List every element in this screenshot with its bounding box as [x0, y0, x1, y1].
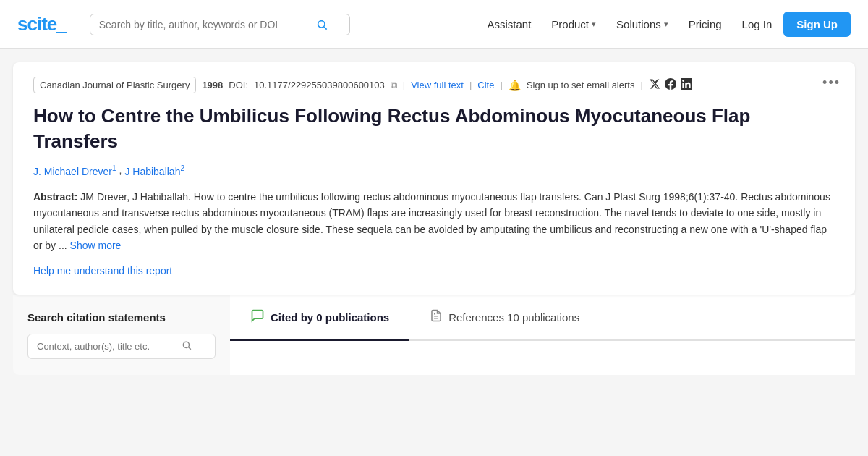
view-full-text-link[interactable]: View full text	[411, 80, 464, 90]
nav-product[interactable]: Product ▾	[542, 12, 605, 36]
chevron-down-icon: ▾	[664, 20, 668, 29]
tabs-panel: Cited by 0 publications References 10 pu	[230, 295, 855, 375]
speech-bubble-icon	[250, 308, 265, 326]
search-small-icon	[182, 340, 192, 352]
show-more-link[interactable]: Show more	[70, 240, 122, 251]
abstract-label: Abstract:	[33, 191, 77, 203]
more-options-button[interactable]: •••	[822, 75, 841, 90]
search-input[interactable]	[99, 19, 316, 30]
nav-links: Assistant Product ▾ Solutions ▾ Pricing …	[478, 12, 851, 37]
article-title: How to Centre the Umbilicus Following Re…	[33, 104, 835, 154]
alert-text: Sign up to set email alerts	[527, 80, 635, 90]
article-card: ••• Canadian Journal of Plastic Surgery …	[13, 62, 855, 295]
cite-link[interactable]: Cite	[477, 80, 494, 90]
bottom-section: Search citation statements	[13, 295, 855, 375]
logo-text: scite_	[17, 13, 67, 35]
publication-year: 1998	[202, 80, 223, 90]
svg-point-2	[183, 342, 189, 348]
tab-cited-by[interactable]: Cited by 0 publications	[230, 295, 409, 339]
svg-line-3	[189, 347, 191, 350]
meta-row: Canadian Journal of Plastic Surgery 1998…	[33, 77, 835, 93]
citation-search-input-wrapper[interactable]	[27, 334, 216, 359]
nav-solutions[interactable]: Solutions ▾	[608, 12, 677, 36]
tab-references[interactable]: References 10 publications	[409, 295, 600, 339]
author-1[interactable]: J. Michael Drever1	[33, 164, 116, 177]
tab-references-label: References 10 publications	[448, 311, 579, 324]
doi-label: DOI:	[229, 80, 248, 90]
navbar: scite_ Assistant Product ▾ Solutions ▾ P…	[0, 0, 868, 49]
tabs-row: Cited by 0 publications References 10 pu	[230, 295, 855, 341]
twitter-icon[interactable]	[649, 78, 660, 93]
nav-pricing[interactable]: Pricing	[680, 12, 731, 36]
nav-assistant[interactable]: Assistant	[478, 12, 540, 36]
citation-search-title: Search citation statements	[27, 311, 216, 324]
abstract-body: JM Drever, J Habiballah. How to centre t…	[33, 191, 830, 251]
linkedin-icon[interactable]	[681, 78, 692, 93]
login-button[interactable]: Log In	[733, 12, 781, 36]
author-2[interactable]: J Habiballah2	[124, 164, 184, 177]
authors: J. Michael Drever1 , J Habiballah2	[33, 164, 835, 177]
search-bar[interactable]	[90, 14, 350, 35]
copy-icon[interactable]: ⧉	[391, 80, 397, 91]
help-link[interactable]: Help me understand this report	[33, 265, 172, 276]
search-button[interactable]	[316, 19, 328, 30]
main-content: ••• Canadian Journal of Plastic Surgery …	[0, 62, 868, 375]
bell-icon: 🔔	[509, 80, 521, 91]
abstract: Abstract: JM Drever, J Habiballah. How t…	[33, 189, 835, 254]
journal-badge: Canadian Journal of Plastic Surgery	[33, 77, 196, 93]
svg-line-1	[324, 27, 327, 30]
citation-search-field[interactable]	[37, 341, 182, 352]
facebook-icon[interactable]	[665, 78, 676, 93]
doi-value: 10.1177/229255039800600103	[254, 80, 385, 90]
social-icons	[649, 78, 692, 93]
svg-point-0	[318, 20, 324, 27]
citation-search-panel: Search citation statements	[13, 295, 230, 375]
tab-cited-by-label: Cited by 0 publications	[271, 311, 389, 324]
signup-button[interactable]: Sign Up	[783, 12, 851, 37]
document-icon	[430, 309, 443, 326]
chevron-down-icon: ▾	[592, 20, 596, 29]
logo[interactable]: scite_	[17, 13, 67, 35]
